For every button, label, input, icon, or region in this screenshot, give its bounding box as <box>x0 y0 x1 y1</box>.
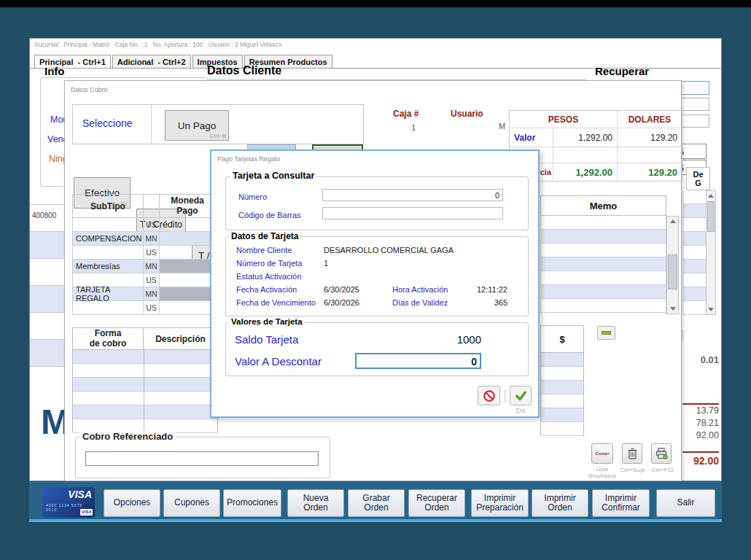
subtipo-row[interactable]: MembresíasMN <box>73 260 215 273</box>
subtipo-row[interactable]: COMPENSACIONMN <box>73 232 215 246</box>
grid-row <box>541 230 666 244</box>
minus-button[interactable] <box>597 326 615 340</box>
datos-cobro-title: Datos Cobro <box>71 86 108 93</box>
seleccione-label: Seleccione <box>82 117 133 129</box>
grid-row <box>541 367 583 381</box>
subtipo-row[interactable]: US <box>73 218 215 232</box>
forma-header-line1: Forma <box>95 329 122 338</box>
nueva-orden-button[interactable]: Nueva Orden <box>287 489 344 517</box>
tab-adicional[interactable]: Adicional - Ctrl+2 <box>112 55 191 68</box>
pesos-column-header: PESOS <box>510 111 618 128</box>
grid-row <box>683 218 706 232</box>
fecha-activacion-value: 6/30/2025 <box>324 285 359 294</box>
valores-tarjeta-title: Valores de Tarjeta <box>229 317 305 326</box>
numero-tarjeta-value: 1 <box>324 259 328 268</box>
recuperar-orden-button[interactable]: Recuperar Orden <box>408 489 465 517</box>
comer-button[interactable]: Comer <box>591 443 613 464</box>
estatus-activacion-label: Estatus Activación <box>236 272 301 281</box>
memo-scrollbar[interactable] <box>666 216 679 314</box>
left-grid-code: 400800 <box>32 211 56 219</box>
cobro-referenciado-input[interactable] <box>85 451 319 466</box>
minus-icon <box>602 331 611 335</box>
visa-card[interactable]: VISA 4000 1234 5678 9010 VISA <box>42 487 95 518</box>
grid-row <box>30 313 69 340</box>
codigo-barras-input[interactable] <box>322 207 503 219</box>
descripcion-header: Descripción <box>144 328 217 349</box>
forma-rows <box>73 350 217 433</box>
grid-row <box>541 271 666 285</box>
imprimir-confirmar-button[interactable]: Imprimir Confirmar <box>592 489 650 517</box>
scrollbar-thumb[interactable] <box>707 201 715 232</box>
un-pago-button[interactable]: Un Pago Ctrl+B <box>165 110 229 141</box>
datos-cliente-heading: Datos Cliente <box>207 64 281 77</box>
grid-row <box>683 246 706 260</box>
subtipo-row[interactable]: TARJETA REGALOMN <box>73 287 215 301</box>
forma-col-divider <box>144 350 144 433</box>
comer-label: Comer <box>595 451 609 456</box>
accept-button[interactable] <box>510 386 532 405</box>
grabar-orden-button[interactable]: Grabar Orden <box>348 489 405 517</box>
fecha-vencimiento-value: 6/30/2026 <box>324 298 359 307</box>
bottom-bar: VISA 4000 1234 5678 9010 VISA Opciones C… <box>29 481 722 519</box>
forma-cobro-table: Forma de cobro Descripción <box>72 327 218 432</box>
subtipo-row[interactable]: US <box>73 246 215 260</box>
grid-row <box>73 405 217 419</box>
gift-card-dialog: Pago Tarjetas Regalo Tarjeta a Consultar… <box>210 149 540 418</box>
grid-row <box>73 350 217 364</box>
usuario-value: M <box>499 122 505 131</box>
numero-label: Número <box>238 192 267 201</box>
promociones-button[interactable]: Promociones <box>223 489 281 517</box>
valor-row-label: Valor <box>510 128 553 147</box>
cupones-button[interactable]: Cupones <box>163 489 220 517</box>
dolares-column-header: DOLARES <box>618 111 682 128</box>
imprimir-preparacion-button[interactable]: Imprimir Preparación <box>471 489 529 517</box>
fecha-vencimiento-label: Fecha de Vencimiento <box>236 298 316 307</box>
grid-row <box>30 286 69 313</box>
grid-row <box>683 301 706 315</box>
info-heading: Info <box>44 65 65 77</box>
grid-row <box>541 408 583 422</box>
grid-row <box>30 340 69 367</box>
diferencia-pesos: 1,292.00 <box>553 163 618 181</box>
diferencia-dolares: 129.20 <box>618 163 682 181</box>
dollar-rows <box>540 353 584 436</box>
cancel-button[interactable] <box>478 386 500 405</box>
grid-row <box>683 260 706 273</box>
grid-row <box>541 285 666 299</box>
un-pago-label: Un Pago <box>178 120 217 131</box>
numero-tarjeta-label: Número de Tarjeta <box>236 259 302 268</box>
right-scrollbar[interactable] <box>706 190 716 315</box>
memo-column-header: Memo <box>540 195 666 216</box>
saldo-tarjeta-label: Saldo Tarjeta <box>235 333 298 346</box>
subtipo-row[interactable]: US <box>73 301 215 315</box>
scroll-down-icon[interactable] <box>667 304 678 314</box>
moneda-pago-header: Moneda Pago <box>160 195 215 217</box>
tarjeta-consultar-title: Tarjeta a Consultar <box>230 171 316 181</box>
opciones-button[interactable]: Opciones <box>104 489 160 517</box>
dias-validez-label: Días de Validez <box>392 298 448 307</box>
trash-icon <box>627 448 638 459</box>
grid-row <box>541 299 666 313</box>
datos-tarjeta-title: Datos de Tarjeta <box>229 231 300 241</box>
scroll-up-icon[interactable] <box>707 191 715 201</box>
grid-row <box>541 216 666 230</box>
numero-input[interactable]: 0 <box>322 189 503 201</box>
subtipo-table: SubTipo Moneda Pago US COMPENSACIONMN US… <box>72 194 216 315</box>
scroll-down-icon[interactable] <box>707 305 715 314</box>
print-ticket-button[interactable] <box>651 443 672 464</box>
scroll-up-icon[interactable] <box>667 217 678 226</box>
valor-descontar-input[interactable]: 0 <box>355 353 481 369</box>
scrollbar-thumb[interactable] <box>668 254 677 289</box>
delete-button[interactable] <box>622 443 642 464</box>
accept-shortcut-label: Ent <box>510 407 532 414</box>
pos-screen: Sucursal : Principal - Matriz Caja No. :… <box>0 0 751 560</box>
grid-row <box>541 381 583 394</box>
grid-row <box>541 422 583 436</box>
salir-button[interactable]: Salir <box>656 489 715 517</box>
codigo-barras-label: Código de Barras <box>238 211 301 219</box>
imprimir-orden-button[interactable]: Imprimir Orden <box>532 489 588 517</box>
caja-label: Caja # <box>393 109 419 119</box>
window-statusbar: Sucursal : Principal - Matriz Caja No. :… <box>34 41 281 48</box>
grid-row <box>541 244 666 257</box>
visa-badge: VISA <box>80 509 93 516</box>
